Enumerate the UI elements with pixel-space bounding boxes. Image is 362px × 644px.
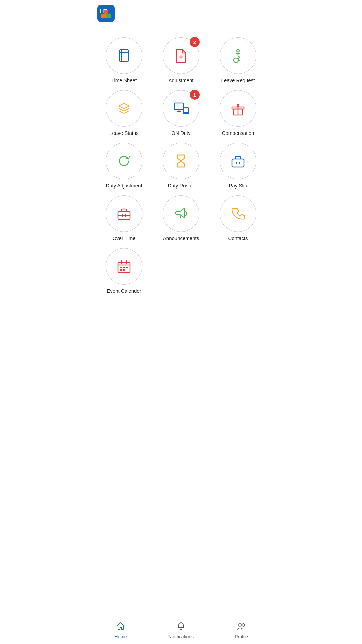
svg-rect-11: [174, 103, 184, 110]
announcements-label: Announcements: [163, 235, 199, 241]
menu-item-leave-status[interactable]: Leave Status: [97, 90, 151, 136]
svg-rect-37: [123, 269, 125, 271]
pay-slip-icon-circle: [220, 143, 256, 179]
svg-point-38: [239, 624, 241, 626]
leave-request-icon-circle: [220, 37, 256, 74]
svg-point-39: [242, 624, 245, 626]
svg-point-9: [237, 49, 239, 52]
menu-item-adjustment[interactable]: 2Adjustment: [154, 37, 208, 83]
menu-item-contacts[interactable]: Contacts: [211, 195, 265, 241]
menu-item-duty-adjustment[interactable]: Duty Adjustment: [97, 143, 151, 189]
home-nav-icon: [116, 621, 126, 633]
menu-item-over-time[interactable]: Over Time: [97, 195, 151, 241]
svg-rect-34: [123, 267, 125, 268]
menu-item-leave-request[interactable]: Leave Request: [211, 37, 265, 83]
svg-point-10: [234, 58, 238, 63]
duty-adjustment-icon-circle: [106, 143, 142, 179]
profile-nav-label: Profile: [235, 634, 248, 639]
svg-rect-1: [101, 14, 106, 18]
svg-rect-14: [184, 108, 188, 114]
event-calender-icon-circle: [106, 248, 142, 285]
nav-item-home[interactable]: Home: [90, 621, 151, 639]
svg-rect-33: [120, 267, 122, 268]
duty-adjustment-label: Duty Adjustment: [106, 183, 142, 189]
event-calender-label: Event Calender: [107, 288, 141, 294]
svg-rect-36: [120, 269, 122, 271]
on-duty-badge: 1: [190, 90, 200, 100]
pay-slip-label: Pay Slip: [229, 183, 247, 189]
svg-rect-35: [126, 267, 128, 268]
menu-item-compensation[interactable]: Compensation: [211, 90, 265, 136]
contacts-icon-circle: [220, 195, 256, 232]
app-header: HR: [90, 0, 272, 27]
time-sheet-icon-circle: [106, 37, 142, 74]
leave-status-label: Leave Status: [109, 130, 139, 136]
duty-roster-icon-circle: [163, 143, 199, 179]
svg-rect-3: [104, 10, 108, 14]
bottom-navigation: Home Notifications Profile: [90, 618, 272, 644]
adjustment-icon-circle: 2: [163, 37, 199, 74]
main-content: Time Sheet 2Adjustment Leave Request Lea…: [90, 27, 272, 618]
time-sheet-label: Time Sheet: [111, 77, 137, 83]
svg-rect-2: [106, 14, 111, 18]
leave-request-label: Leave Request: [221, 77, 255, 83]
on-duty-label: ON Duty: [171, 130, 191, 136]
announcements-icon-circle: [163, 195, 199, 232]
svg-rect-4: [120, 50, 128, 62]
leave-status-icon-circle: [106, 90, 142, 127]
nav-item-profile[interactable]: Profile: [211, 621, 272, 639]
profile-nav-icon: [236, 621, 246, 633]
menu-grid: Time Sheet 2Adjustment Leave Request Lea…: [94, 34, 268, 297]
menu-item-event-calender[interactable]: Event Calender: [97, 248, 151, 294]
over-time-label: Over Time: [112, 235, 135, 241]
on-duty-icon-circle: 1: [163, 90, 199, 127]
compensation-label: Compensation: [222, 130, 254, 136]
nav-item-notifications[interactable]: Notifications: [151, 621, 211, 639]
adjustment-badge: 2: [190, 37, 200, 47]
menu-item-on-duty[interactable]: 1ON Duty: [154, 90, 208, 136]
menu-item-time-sheet[interactable]: Time Sheet: [97, 37, 151, 83]
contacts-label: Contacts: [228, 235, 248, 241]
notifications-nav-label: Notifications: [168, 634, 194, 639]
notifications-nav-icon: [176, 621, 186, 633]
over-time-icon-circle: [106, 195, 142, 232]
adjustment-label: Adjustment: [168, 77, 193, 83]
compensation-icon-circle: [220, 90, 256, 127]
menu-item-announcements[interactable]: Announcements: [154, 195, 208, 241]
duty-roster-label: Duty Roster: [168, 183, 194, 189]
menu-item-duty-roster[interactable]: Duty Roster: [154, 143, 208, 189]
menu-item-pay-slip[interactable]: Pay Slip: [211, 143, 265, 189]
app-logo: HR: [97, 5, 115, 22]
home-nav-label: Home: [114, 634, 127, 639]
